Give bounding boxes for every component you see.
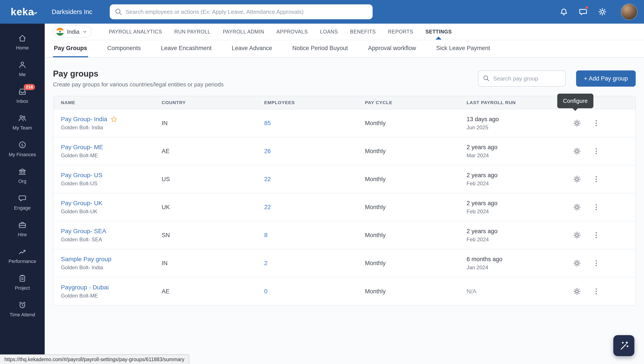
pay-group-link[interactable]: Pay Group- UK [61,200,103,207]
country-selector[interactable]: India [53,26,92,38]
configure-gear-icon[interactable] [573,175,581,184]
sidebar-item-label: Inbox [17,98,28,104]
configure-gear-icon[interactable] [573,231,581,240]
legal-entity-label: Golden Bolt-ME [61,152,162,158]
country-cell: UK [162,204,264,211]
col-pay-cycle: PAY CYCLE [365,100,467,105]
pay-group-link[interactable]: Pay Group- ME [61,144,103,151]
add-pay-group-button[interactable]: + Add Pay group [576,70,636,86]
country-cell: IN [162,120,264,127]
star-icon[interactable] [110,116,117,123]
sidebar-item-label: Me [19,72,26,78]
sidebar-item-inbox[interactable]: Inbox 218 [0,82,45,109]
tab-leave-encashment[interactable]: Leave Encashment [160,40,212,57]
employee-count-link[interactable]: 22 [264,176,271,182]
configure-tooltip: Configure [557,94,593,108]
sidebar-item-label: Project [15,285,30,291]
nav-item-payroll-admin[interactable]: PAYROLL ADMIN [217,24,270,40]
page-subtitle: Create pay groups for various countries/… [53,81,224,88]
kebab-menu-icon[interactable] [592,287,601,296]
sidebar-item-home[interactable]: Home [0,29,45,56]
global-search-input[interactable] [110,4,373,19]
pay-cycle-cell: Monthly [365,120,467,127]
employee-count-link[interactable]: 8 [264,232,268,238]
table-header: NAME COUNTRY EMPLOYEES PAY CYCLE LAST PA… [54,96,635,110]
tab-sick-leave-payment[interactable]: Sick Leave Payment [435,40,491,57]
tab-leave-advance[interactable]: Leave Advance [231,40,273,57]
tab-notice-period-buyout[interactable]: Notice Period Buyout [291,40,349,57]
nav-item-payroll-analytics[interactable]: PAYROLL ANALYTICS [103,24,168,40]
sidebar-item-org[interactable]: Org [0,162,45,189]
chevron-down-icon [82,29,87,34]
sidebar-item-me[interactable]: Me [0,56,45,82]
nav-item-loans[interactable]: LOANS [314,24,344,40]
table-row: Pay Group- UK Golden Bolt-UK UK 22 Month… [54,194,635,222]
last-run-cell: N/A [467,288,573,295]
sidebar-item-my-finances[interactable]: $ My Finances [0,136,45,162]
pay-group-link[interactable]: Pay Group- US [61,172,103,179]
employee-count-link[interactable]: 85 [264,120,271,126]
kebab-menu-icon[interactable] [592,147,601,156]
tab-approval-workflow[interactable]: Approval workflow [367,40,417,57]
employee-count-link[interactable]: 2 [264,260,268,266]
user-avatar[interactable] [621,4,637,20]
employee-count-link[interactable]: 22 [264,204,271,210]
table-row: Paygroup - Dubai Golden Bolt-ME AE 0 Mon… [54,278,635,306]
tab-pay-groups[interactable]: Pay Groups [53,40,88,57]
configure-gear-icon[interactable] [573,147,581,156]
employee-count-link[interactable]: 0 [264,288,268,295]
sidebar-item-hire[interactable]: Hire [0,216,45,242]
pay-group-link[interactable]: Pay Group- India [61,116,107,123]
org-icon [18,167,27,176]
pay-cycle-cell: Monthly [365,232,467,239]
search-icon [114,8,123,16]
legal-entity-label: Golden Bolt- India [61,124,162,130]
magic-wand-fab[interactable] [613,335,634,356]
pay-group-link[interactable]: Pay Group- SEA [61,228,106,235]
messages-icon[interactable] [578,7,588,16]
sidebar-item-engage[interactable]: Engage [0,189,45,216]
nav-item-settings[interactable]: SETTINGS [419,24,458,40]
sidebar: Home Me Inbox 218 My Team $ My Finances … [0,24,45,364]
tab-components[interactable]: Components [106,40,142,57]
kebab-menu-icon[interactable] [592,259,601,268]
country-cell: IN [162,260,264,267]
inbox-count-badge: 218 [24,84,35,90]
nav-item-approvals[interactable]: APPROVALS [270,24,314,40]
kebab-menu-icon[interactable] [592,203,601,212]
settings-gear-icon[interactable] [597,7,607,16]
search-icon [482,74,490,82]
configure-gear-icon[interactable] [573,203,581,212]
finances-icon: $ [18,140,27,149]
sidebar-item-time-attend[interactable]: Time Attend [0,296,45,322]
nav-item-run-payroll[interactable]: RUN PAYROLL [168,24,217,40]
keka-logo[interactable]: keka [0,6,45,18]
sidebar-item-my-team[interactable]: My Team [0,109,45,136]
table-row: Pay Group- US Golden Bolt-US US 22 Month… [54,166,635,194]
pay-group-link[interactable]: Sample Pay group [61,256,111,263]
kebab-menu-icon[interactable] [592,231,601,240]
legal-entity-label: Golden Bolt-US [61,180,162,186]
employee-count-link[interactable]: 26 [264,148,271,154]
team-icon [18,114,27,122]
messages-badge-dot [585,6,589,10]
sidebar-item-label: Home [16,45,29,51]
nav-item-reports[interactable]: REPORTS [382,24,419,40]
configure-gear-icon[interactable] [573,287,581,296]
nav-item-benefits[interactable]: BENEFITS [344,24,382,40]
kebab-menu-icon[interactable] [592,119,601,128]
pay-group-search-input[interactable] [478,70,566,86]
legal-entity-label: Golden Bolt- India [61,264,162,270]
global-search [110,4,373,19]
pay-groups-table: NAME COUNTRY EMPLOYEES PAY CYCLE LAST PA… [53,96,636,306]
engage-icon [18,194,27,202]
configure-gear-icon[interactable] [573,119,581,128]
configure-gear-icon[interactable] [573,259,581,268]
pay-group-link[interactable]: Paygroup - Dubai [61,284,109,291]
notifications-bell-icon[interactable] [559,7,569,16]
company-name: Darksiders Inc [52,8,92,16]
active-nav-caret [436,36,442,40]
sidebar-item-performance[interactable]: Performance [0,242,45,269]
kebab-menu-icon[interactable] [592,175,601,184]
sidebar-item-project[interactable]: Project [0,269,45,296]
